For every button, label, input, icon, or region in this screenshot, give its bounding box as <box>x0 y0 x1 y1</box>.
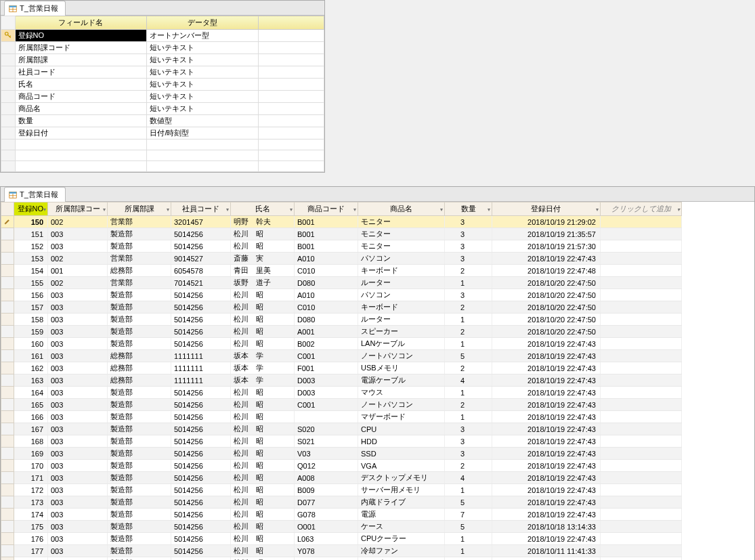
cell-dept[interactable]: 製造部 <box>108 314 171 326</box>
cell-prod-name[interactable]: 冷却ファン <box>358 545 445 557</box>
row-selector-header[interactable] <box>1 202 14 216</box>
cell-emp-code[interactable]: 5014256 <box>171 240 231 253</box>
description-cell[interactable] <box>258 127 324 139</box>
cell-emp-code[interactable]: 5014256 <box>171 228 231 240</box>
cell-emp-code[interactable]: 1111111 <box>171 350 231 362</box>
row-selector[interactable] <box>1 289 14 301</box>
dropdown-icon[interactable]: ▾ <box>103 206 106 212</box>
cell-name[interactable]: 松川 昭 <box>231 435 295 448</box>
cell-name[interactable]: 松川 昭 <box>231 411 295 423</box>
cell-prod-name[interactable]: CPUクーラー <box>358 533 445 545</box>
dropdown-icon[interactable]: ▾ <box>290 206 293 212</box>
cell-reg-no[interactable]: 161 <box>14 350 48 362</box>
data-row[interactable]: 168003製造部5014256松川 昭S021HDD32018/10/19 2… <box>1 435 682 448</box>
cell-dept[interactable]: 製造部 <box>108 228 171 240</box>
cell-add[interactable] <box>601 216 682 228</box>
cell-qty[interactable]: 2 <box>445 301 492 314</box>
row-selector[interactable] <box>1 435 14 448</box>
row-selector[interactable] <box>1 139 16 150</box>
field-row[interactable]: 商品名短いテキスト <box>1 103 324 115</box>
cell-reg-date[interactable]: 2018/10/11 11:41:33 <box>492 545 601 557</box>
cell-prod-name[interactable]: パソコン <box>358 253 445 265</box>
cell-qty[interactable]: 3 <box>445 448 492 460</box>
data-row[interactable]: 171003製造部5014256松川 昭A008デスクトップメモリ42018/1… <box>1 472 682 484</box>
cell-qty[interactable]: 3 <box>445 435 492 448</box>
header-qty[interactable]: 数量▾ <box>445 202 492 216</box>
field-name-cell[interactable]: 数量 <box>15 115 147 127</box>
cell-add[interactable] <box>601 374 682 387</box>
cell-name[interactable]: 松川 昭 <box>231 521 295 533</box>
cell-reg-date[interactable]: 2018/10/19 22:47:43 <box>492 484 601 496</box>
cell-add[interactable] <box>601 448 682 460</box>
cell-reg-no[interactable]: 163 <box>14 374 48 387</box>
cell-prod-code[interactable]: S020 <box>295 423 358 435</box>
row-selector[interactable] <box>1 484 14 496</box>
cell-dept[interactable]: 製造部 <box>108 423 171 435</box>
field-row[interactable]: 所属部課コード短いテキスト <box>1 42 324 54</box>
data-row[interactable]: 160003製造部5014256松川 昭B002LANケーブル12018/10/… <box>1 338 682 350</box>
row-selector[interactable] <box>1 545 14 557</box>
cell-add[interactable] <box>601 484 682 496</box>
field-row[interactable]: 数量数値型 <box>1 115 324 127</box>
cell-prod-name[interactable]: パソコン <box>358 289 445 301</box>
cell-emp-code[interactable]: 5014256 <box>171 399 231 411</box>
cell-reg-no[interactable]: 173 <box>14 496 48 509</box>
cell-dept-code[interactable]: 002 <box>48 277 108 289</box>
cell-prod-code[interactable]: A008 <box>295 472 358 484</box>
field-name-cell[interactable]: 商品コード <box>15 91 147 103</box>
cell-qty[interactable]: 3 <box>445 423 492 435</box>
data-type-cell[interactable]: 短いテキスト <box>147 79 258 91</box>
cell-name[interactable]: 松川 昭 <box>231 301 295 314</box>
cell-reg-no[interactable]: 171 <box>14 472 48 484</box>
row-selector[interactable] <box>1 42 16 54</box>
cell-prod-name[interactable]: ノートパソコン <box>358 399 445 411</box>
cell-dept-code[interactable]: 003 <box>48 314 108 326</box>
data-row[interactable]: 165003製造部5014256松川 昭C001ノートパソコン22018/10/… <box>1 399 682 411</box>
cell-emp-code[interactable]: 1111111 <box>171 374 231 387</box>
cell-qty[interactable]: 7 <box>445 509 492 521</box>
cell-emp-code[interactable]: 5014256 <box>171 423 231 435</box>
cell-prod-name[interactable]: 内蔵ドライブ <box>358 496 445 509</box>
dropdown-icon[interactable]: ▾ <box>488 206 490 212</box>
dropdown-icon[interactable]: ▾ <box>596 206 599 212</box>
cell-qty[interactable]: 2 <box>445 326 492 338</box>
description-cell[interactable] <box>258 115 324 127</box>
header-description[interactable] <box>258 16 324 30</box>
description-cell[interactable] <box>258 103 324 115</box>
cell-prod-name[interactable]: ルーター <box>358 277 445 289</box>
data-row[interactable]: 159003製造部5014256松川 昭A001スピーカー22018/10/20… <box>1 326 682 338</box>
cell-prod-name[interactable]: スピーカー <box>358 326 445 338</box>
row-selector[interactable] <box>1 228 14 240</box>
cell-reg-date[interactable]: 2018/10/19 22:47:43 <box>492 533 601 545</box>
header-prod-code[interactable]: 商品コード▾ <box>295 202 358 216</box>
cell-prod-code[interactable]: B009 <box>295 484 358 496</box>
field-row[interactable]: 社員コード短いテキスト <box>1 66 324 79</box>
field-name-cell[interactable]: 登録NO <box>15 30 147 42</box>
cell-name[interactable]: 松川 昭 <box>231 228 295 240</box>
cell-reg-no[interactable]: 158 <box>14 314 48 326</box>
cell-dept[interactable]: 総務部 <box>108 350 171 362</box>
cell-name[interactable]: 斎藤 実 <box>231 253 295 265</box>
cell-prod-name[interactable]: モニター <box>358 240 445 253</box>
cell-emp-code[interactable]: 5014256 <box>171 484 231 496</box>
cell-name[interactable]: 松川 昭 <box>231 289 295 301</box>
data-row[interactable]: 175003製造部5014256松川 昭O001ケース52018/10/18 1… <box>1 521 682 533</box>
cell-add[interactable] <box>601 314 682 326</box>
cell-reg-date[interactable]: 2018/10/19 22:47:43 <box>492 435 601 448</box>
cell-dept-code[interactable]: 003 <box>48 509 108 521</box>
cell-prod-code[interactable]: D003 <box>295 374 358 387</box>
field-row[interactable]: 商品コード短いテキスト <box>1 91 324 103</box>
cell-qty[interactable]: 4 <box>445 472 492 484</box>
row-selector[interactable] <box>1 127 16 139</box>
data-type-cell[interactable]: 短いテキスト <box>147 66 258 79</box>
cell-qty[interactable]: 2 <box>445 557 492 561</box>
field-name-cell[interactable]: 社員コード <box>15 66 147 79</box>
cell-name[interactable]: 坂本 学 <box>231 362 295 374</box>
cell-prod-code[interactable]: C010 <box>295 301 358 314</box>
row-selector[interactable] <box>1 301 14 314</box>
header-field-name[interactable]: フィールド名 <box>15 16 147 30</box>
cell-prod-code[interactable]: D077 <box>295 496 358 509</box>
cell-emp-code[interactable]: 7014521 <box>171 277 231 289</box>
cell-dept-code[interactable]: 003 <box>48 240 108 253</box>
cell-prod-code[interactable]: D003 <box>295 387 358 399</box>
